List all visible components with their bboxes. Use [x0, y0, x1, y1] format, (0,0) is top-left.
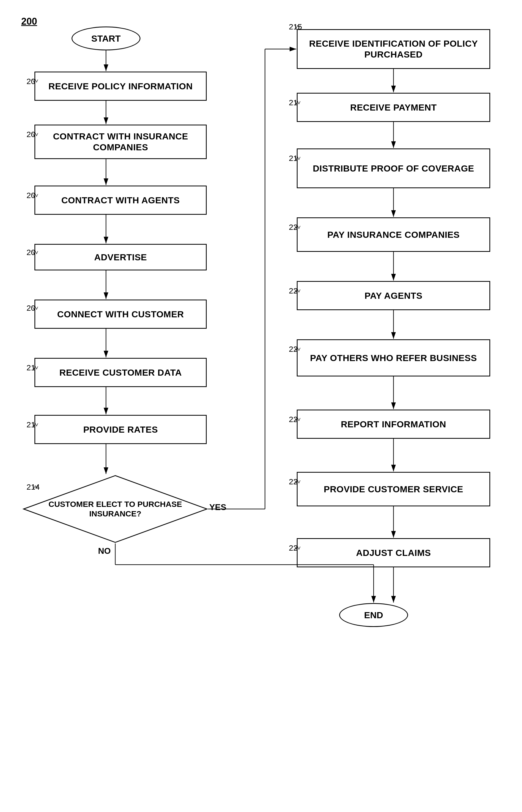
zigzag-218 [294, 156, 302, 161]
zigzag-209 [31, 305, 39, 311]
zigzag-204 [31, 132, 39, 137]
node-customer-elect: CUSTOMER ELECT TO PURCHASE INSURANCE? [22, 475, 208, 543]
node-contract-agents: CONTRACT WITH AGENTS [35, 185, 207, 215]
node-pay-insurance: PAY INSURANCE COMPANIES [297, 217, 490, 252]
end-node: END [339, 603, 408, 627]
start-node: START [72, 26, 140, 51]
zigzag-210 [31, 365, 39, 370]
node-adjust-claims: ADJUST CLAIMS [297, 538, 490, 567]
diagram-id: 200 [21, 16, 37, 27]
zigzag-220 [294, 224, 302, 230]
yes-label: YES [209, 502, 226, 512]
node-pay-others: PAY OTHERS WHO REFER BUSINESS [297, 339, 490, 376]
node-distribute-proof: DISTRIBUTE PROOF OF COVERAGE [297, 148, 490, 188]
node-receive-policy-info: RECEIVE POLICY INFORMATION [35, 72, 207, 101]
node-provide-rates: PROVIDE RATES [35, 415, 207, 444]
node-report-info: REPORT INFORMATION [297, 410, 490, 439]
node-connect-customer: CONNECT WITH CUSTOMER [35, 300, 207, 329]
zigzag-202 [31, 78, 39, 83]
flowchart-diagram: 200 START 202 RECEIVE POLICY INFORMATION… [0, 0, 522, 812]
node-advertise: ADVERTISE [35, 244, 207, 271]
node-contract-insurance: CONTRACT WITH INSURANCE COMPANIES [35, 124, 207, 159]
zigzag-206 [31, 193, 39, 198]
zigzag-224 [294, 346, 302, 352]
node-receive-payment: RECEIVE PAYMENT [297, 93, 490, 122]
zigzag-222 [294, 288, 302, 294]
zigzag-216 [294, 100, 302, 105]
node-pay-agents: PAY AGENTS [297, 281, 490, 310]
node-customer-service: PROVIDE CUSTOMER SERVICE [297, 472, 490, 506]
zigzag-208 [31, 250, 39, 255]
zigzag-226 [294, 417, 302, 422]
zigzag-212 [31, 422, 39, 427]
node-receive-customer-data: RECEIVE CUSTOMER DATA [35, 358, 207, 387]
zigzag-214 [31, 484, 39, 490]
node-receive-id-policy: RECEIVE IDENTIFICATION OF POLICY PURCHAS… [297, 29, 490, 69]
zigzag-227 [294, 479, 302, 484]
no-label: NO [98, 546, 111, 556]
zigzag-228 [294, 545, 302, 551]
zigzag-215 [294, 24, 302, 29]
